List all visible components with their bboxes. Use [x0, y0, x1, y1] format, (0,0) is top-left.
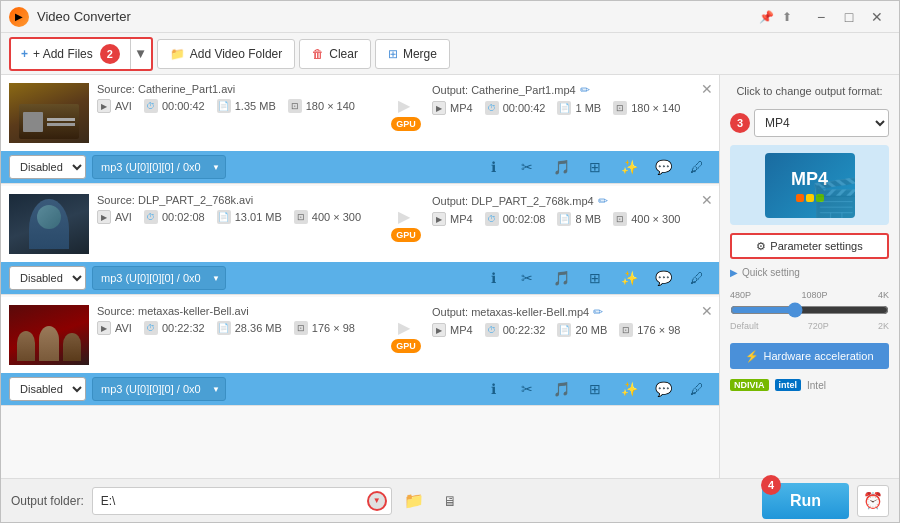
quality-slider-container: 480P 1080P 4K Default 720P 2K: [730, 286, 889, 335]
subtitle-btn[interactable]: 💬: [649, 266, 677, 290]
quick-setting-label: ▶ Quick setting: [730, 267, 889, 278]
edit-icon[interactable]: ✏: [593, 305, 603, 319]
add-files-button[interactable]: + + Add Files 2: [11, 39, 131, 69]
arrow-right-icon: ▶: [730, 267, 738, 278]
file-info: Source: DLP_PART_2_768k.avi ▶ AVI ⏱ 00:0…: [97, 194, 376, 254]
control-bar: Disabled mp3 (U[0][0][0] / 0x0 ℹ ✂ 🎵 ⊞ ✨…: [1, 373, 719, 405]
out-resolution: ⊡ 180 × 140: [613, 101, 680, 115]
audio-select[interactable]: mp3 (U[0][0][0] / 0x0: [92, 155, 226, 179]
minimize-button[interactable]: −: [807, 6, 835, 28]
format-icon: ▶: [97, 210, 111, 224]
file-source: Source: metaxas-keller-Bell.avi: [97, 305, 376, 317]
nvidia-badge: NDIVIA: [730, 379, 769, 391]
file-item-main: Source: metaxas-keller-Bell.avi ▶ AVI ⏱ …: [1, 297, 719, 373]
file-item-main: Source: DLP_PART_2_768k.avi ▶ AVI ⏱ 00:0…: [1, 186, 719, 262]
close-button[interactable]: ✕: [863, 6, 891, 28]
app-title: Video Converter: [37, 9, 755, 24]
out-duration: ⏱ 00:00:42: [485, 101, 546, 115]
watermark-button[interactable]: 🖊: [683, 155, 711, 179]
arrow-area: ▶ GPU: [384, 83, 424, 143]
format-badge: ▶ AVI: [97, 99, 132, 113]
size-item: 📄 1.35 MB: [217, 99, 276, 113]
cut-button[interactable]: ✂: [513, 377, 541, 401]
edit-icon[interactable]: ✏: [580, 83, 590, 97]
resolution-icon: ⊡: [294, 321, 308, 335]
step3-badge: 3: [730, 113, 750, 133]
audio-edit-button[interactable]: 🎵: [547, 155, 575, 179]
path-dropdown-button[interactable]: ▼: [367, 491, 387, 511]
file-source: Source: Catherine_Part1.avi: [97, 83, 376, 95]
title-bar: ▶ Video Converter 📌 ⬆ − □ ✕: [1, 1, 899, 33]
clear-button[interactable]: 🗑 Clear: [299, 39, 371, 69]
out-resolution: ⊡ 176 × 98: [619, 323, 680, 337]
add-files-group[interactable]: + + Add Files 2 ▼: [9, 37, 153, 71]
subtitle-select[interactable]: Disabled: [9, 155, 86, 179]
watermark-button[interactable]: 🖊: [683, 377, 711, 401]
browse-folder-button[interactable]: 📁: [400, 487, 428, 515]
merge-button[interactable]: ⊞ Merge: [375, 39, 450, 69]
clock-icon: ⏱: [144, 99, 158, 113]
info-button[interactable]: ℹ: [479, 377, 507, 401]
out-format-icon: ▶: [432, 323, 446, 337]
out-format: ▶ MP4: [432, 323, 473, 337]
output-meta: ▶ MP4 ⏱ 00:00:42 📄 1 MB: [432, 101, 711, 115]
out-format-icon: ▶: [432, 101, 446, 115]
intel-label: Intel: [807, 380, 826, 391]
file-list: Source: Catherine_Part1.avi ▶ AVI ⏱ 00:0…: [1, 75, 719, 478]
file-meta: ▶ AVI ⏱ 00:02:08 📄 13.01 MB: [97, 210, 376, 224]
subtitle-select[interactable]: Disabled: [9, 377, 86, 401]
output-info: Output: metaxas-keller-Bell.mp4 ✏ ▶ MP4 …: [432, 305, 711, 365]
subtitle-btn[interactable]: 💬: [649, 377, 677, 401]
effects-button[interactable]: ✨: [615, 377, 643, 401]
audio-edit-button[interactable]: 🎵: [547, 377, 575, 401]
info-button[interactable]: ℹ: [479, 266, 507, 290]
close-item-button[interactable]: ✕: [701, 303, 713, 319]
hw-accel-button[interactable]: ⚡ Hardware acceleration: [730, 343, 889, 369]
cut-button[interactable]: ✂: [513, 266, 541, 290]
crop-button[interactable]: ⊞: [581, 377, 609, 401]
arrow-area: ▶ GPU: [384, 194, 424, 254]
format-icon: ▶: [97, 321, 111, 335]
edit-icon[interactable]: ✏: [598, 194, 608, 208]
audio-select[interactable]: mp3 (U[0][0][0] / 0x0: [92, 377, 226, 401]
param-settings-button[interactable]: ⚙ Parameter settings: [730, 233, 889, 259]
info-button[interactable]: ℹ: [479, 155, 507, 179]
add-files-label: + Add Files: [33, 47, 93, 61]
output-meta: ▶ MP4 ⏱ 00:22:32 📄 20 MB: [432, 323, 711, 337]
audio-edit-button[interactable]: 🎵: [547, 266, 575, 290]
output-info: Output: Catherine_Part1.mp4 ✏ ▶ MP4 ⏱ 00…: [432, 83, 711, 143]
alarm-button[interactable]: ⏰: [857, 485, 889, 517]
subtitle-select[interactable]: Disabled: [9, 266, 86, 290]
effects-button[interactable]: ✨: [615, 266, 643, 290]
crop-button[interactable]: ⊞: [581, 266, 609, 290]
clock-icon: ⏱: [144, 321, 158, 335]
out-res-icon: ⊡: [619, 323, 633, 337]
crop-button[interactable]: ⊞: [581, 155, 609, 179]
maximize-button[interactable]: □: [835, 6, 863, 28]
file-thumbnail: [9, 194, 89, 254]
add-files-dropdown[interactable]: ▼: [131, 39, 151, 69]
quality-slider[interactable]: [730, 302, 889, 318]
cut-button[interactable]: ✂: [513, 155, 541, 179]
file-item-main: Source: Catherine_Part1.avi ▶ AVI ⏱ 00:0…: [1, 75, 719, 151]
audio-select-wrapper: mp3 (U[0][0][0] / 0x0: [92, 377, 226, 401]
output-label: Output: metaxas-keller-Bell.mp4 ✏: [432, 305, 711, 319]
watermark-button[interactable]: 🖊: [683, 266, 711, 290]
quality-markers: Default 720P 2K: [730, 321, 889, 331]
add-video-folder-button[interactable]: 📁 Add Video Folder: [157, 39, 296, 69]
close-item-button[interactable]: ✕: [701, 81, 713, 97]
format-select[interactable]: MP4 AVI MOV MKV: [754, 109, 889, 137]
file-icon: 📄: [217, 99, 231, 113]
out-clock-icon: ⏱: [485, 323, 499, 337]
audio-select[interactable]: mp3 (U[0][0][0] / 0x0: [92, 266, 226, 290]
cpu-icon: ⚡: [745, 350, 759, 363]
screen-capture-button[interactable]: 🖥: [436, 487, 464, 515]
file-item: Source: Catherine_Part1.avi ▶ AVI ⏱ 00:0…: [1, 75, 719, 184]
file-source: Source: DLP_PART_2_768k.avi: [97, 194, 376, 206]
subtitle-btn[interactable]: 💬: [649, 155, 677, 179]
close-item-button[interactable]: ✕: [701, 192, 713, 208]
trash-icon: 🗑: [312, 47, 324, 61]
duration-item: ⏱ 00:00:42: [144, 99, 205, 113]
param-settings-label: Parameter settings: [770, 240, 862, 252]
effects-button[interactable]: ✨: [615, 155, 643, 179]
